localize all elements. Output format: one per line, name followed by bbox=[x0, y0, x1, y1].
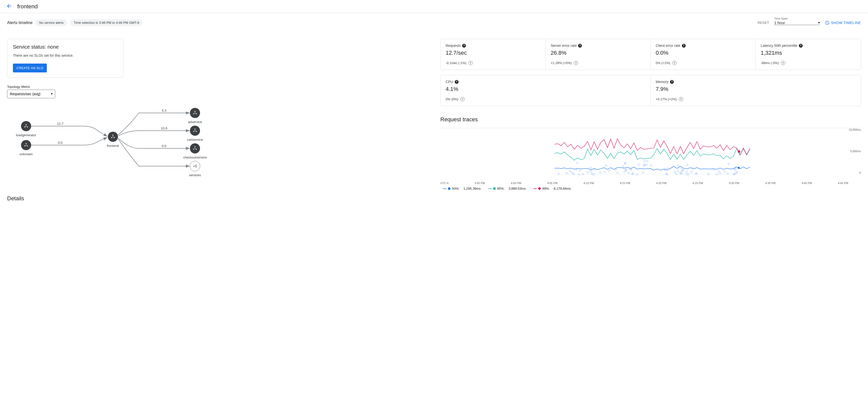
svg-point-65 bbox=[736, 172, 737, 174]
svg-point-50 bbox=[650, 164, 652, 167]
svg-point-106 bbox=[677, 165, 679, 167]
svg-point-54 bbox=[628, 172, 630, 174]
svg-point-85 bbox=[587, 172, 588, 173]
create-slo-button[interactable]: CREATE AN SLO bbox=[13, 64, 47, 72]
help-outline-icon[interactable]: ? bbox=[672, 61, 677, 65]
timespan-value[interactable]: 1 hour bbox=[774, 21, 785, 25]
no-alerts-pill: No service alerts bbox=[35, 19, 67, 26]
details-heading: Details bbox=[7, 195, 428, 202]
svg-text:10.6: 10.6 bbox=[161, 126, 167, 130]
alerts-timeline-title: Alerts timeline bbox=[7, 21, 32, 25]
right-column: Requests? 12.7/sec -0.1/sec (-1%)? Serve… bbox=[440, 39, 861, 202]
page-header: frontend bbox=[0, 0, 868, 13]
svg-point-72 bbox=[674, 171, 676, 173]
svg-point-92 bbox=[582, 173, 584, 175]
svg-point-59 bbox=[645, 163, 647, 165]
legend-50[interactable]: 50%: 1,295.36ms bbox=[443, 187, 480, 190]
svg-point-86 bbox=[642, 172, 644, 174]
svg-text:0.0: 0.0 bbox=[58, 141, 63, 145]
svg-point-95 bbox=[724, 171, 726, 173]
svg-text:0.5: 0.5 bbox=[162, 144, 166, 148]
chevron-down-icon[interactable]: ▾ bbox=[818, 21, 820, 25]
metrics-row-1: Requests? 12.7/sec -0.1/sec (-1%)? Serve… bbox=[440, 39, 861, 70]
page-title: frontend bbox=[17, 3, 38, 10]
svg-point-60 bbox=[576, 169, 578, 171]
svg-point-101 bbox=[686, 164, 688, 166]
svg-point-98 bbox=[608, 170, 610, 172]
help-outline-icon[interactable]: ? bbox=[574, 61, 578, 65]
request-traces-chart: 10,000ms 5,000ms 0 UTC-8 3:55 PM4:00 PM4… bbox=[440, 128, 861, 190]
svg-text:cartservice: cartservice bbox=[187, 138, 203, 142]
svg-text:+5: +5 bbox=[193, 164, 197, 168]
svg-point-30 bbox=[566, 172, 568, 174]
svg-point-93 bbox=[686, 173, 688, 175]
topology-metric-label: Topology Metric bbox=[7, 85, 428, 89]
svg-point-62 bbox=[617, 172, 618, 174]
svg-point-79 bbox=[718, 171, 720, 172]
svg-point-97 bbox=[590, 171, 592, 172]
svg-point-66 bbox=[638, 164, 640, 165]
back-arrow-icon[interactable] bbox=[6, 3, 12, 10]
svg-point-99 bbox=[593, 169, 595, 171]
svg-point-45 bbox=[719, 173, 721, 175]
topology-metric-select[interactable]: Requests/sec (avg) bbox=[7, 90, 55, 98]
svg-point-58 bbox=[579, 170, 581, 172]
metric-memory: Memory? 7.9% +0.17% (+2%)? bbox=[651, 75, 861, 106]
svg-point-63 bbox=[622, 165, 624, 168]
svg-point-42 bbox=[691, 171, 692, 173]
svg-text:checkoutservice: checkoutservice bbox=[183, 155, 207, 159]
svg-text:12.7: 12.7 bbox=[57, 122, 63, 126]
node-cartservice[interactable]: cartservice bbox=[187, 126, 203, 142]
svg-point-107 bbox=[708, 173, 710, 175]
help-outline-icon[interactable]: ? bbox=[468, 61, 473, 65]
svg-text:unknown: unknown bbox=[20, 152, 33, 156]
svg-point-100 bbox=[615, 169, 617, 171]
service-status-card: Service status: none There are no SLOs s… bbox=[7, 39, 124, 78]
svg-text:5.3: 5.3 bbox=[162, 109, 166, 113]
svg-point-75 bbox=[687, 174, 689, 175]
reset-button[interactable]: RESET bbox=[757, 21, 769, 25]
show-timeline-button[interactable]: SHOW TIMELINE bbox=[825, 21, 861, 25]
svg-point-34 bbox=[576, 162, 578, 164]
help-icon[interactable]: ? bbox=[578, 44, 582, 48]
help-icon[interactable]: ? bbox=[670, 80, 674, 84]
svg-point-102 bbox=[558, 173, 560, 175]
svg-point-26 bbox=[738, 167, 740, 169]
time-selection-pill: Time selection is 3:46 PM to 4:46 PM GMT… bbox=[70, 19, 143, 26]
help-icon[interactable]: ? bbox=[799, 44, 803, 48]
help-outline-icon[interactable]: ? bbox=[460, 97, 465, 101]
clock-icon bbox=[825, 21, 830, 25]
svg-point-36 bbox=[599, 172, 601, 174]
help-icon[interactable]: ? bbox=[455, 80, 459, 84]
metrics-row-2: CPU? 4.1% 0% (0%)? Memory? 7.9% +0.17% (… bbox=[440, 75, 861, 106]
svg-point-38 bbox=[644, 160, 645, 162]
chart-legend: 50%: 1,295.36ms 95%: 3,888.53ms 99%: 6,1… bbox=[440, 187, 861, 190]
alerts-timeline-bar: Alerts timeline No service alerts Time s… bbox=[7, 19, 861, 26]
help-icon[interactable]: ? bbox=[682, 44, 686, 48]
svg-text:services: services bbox=[189, 173, 201, 177]
svg-point-37 bbox=[606, 164, 607, 167]
svg-point-108 bbox=[681, 167, 683, 169]
node-checkoutservice[interactable]: checkoutservice bbox=[183, 143, 207, 159]
legend-95[interactable]: 95%: 3,888.53ms bbox=[488, 187, 526, 190]
node-more-services[interactable]: +5services bbox=[189, 161, 201, 177]
svg-text:adservice: adservice bbox=[188, 120, 202, 124]
legend-99[interactable]: 99%: 6,179.84ms bbox=[533, 187, 571, 190]
svg-point-89 bbox=[713, 169, 715, 171]
help-outline-icon[interactable]: ? bbox=[781, 61, 785, 65]
svg-point-32 bbox=[716, 173, 718, 175]
node-frontend[interactable]: frontend bbox=[107, 132, 119, 148]
left-column: Service status: none There are no SLOs s… bbox=[7, 39, 428, 202]
help-outline-icon[interactable]: ? bbox=[679, 97, 683, 101]
svg-text:frontend: frontend bbox=[107, 144, 119, 148]
metric-cpu: CPU? 4.1% 0% (0%)? bbox=[441, 75, 651, 106]
metric-requests: Requests? 12.7/sec -0.1/sec (-1%)? bbox=[441, 39, 546, 70]
help-icon[interactable]: ? bbox=[462, 44, 466, 48]
metric-server-error: Server error rate? 26.8% +1.28% (+5%)? bbox=[546, 39, 651, 70]
service-status-title: Service status: none bbox=[13, 44, 118, 50]
node-unknown[interactable]: unknown bbox=[20, 140, 33, 156]
node-adservice[interactable]: adservice bbox=[188, 108, 202, 124]
node-loadgenerator[interactable]: loadgenerator bbox=[16, 121, 36, 137]
svg-point-56 bbox=[590, 167, 592, 169]
svg-point-33 bbox=[603, 171, 606, 173]
